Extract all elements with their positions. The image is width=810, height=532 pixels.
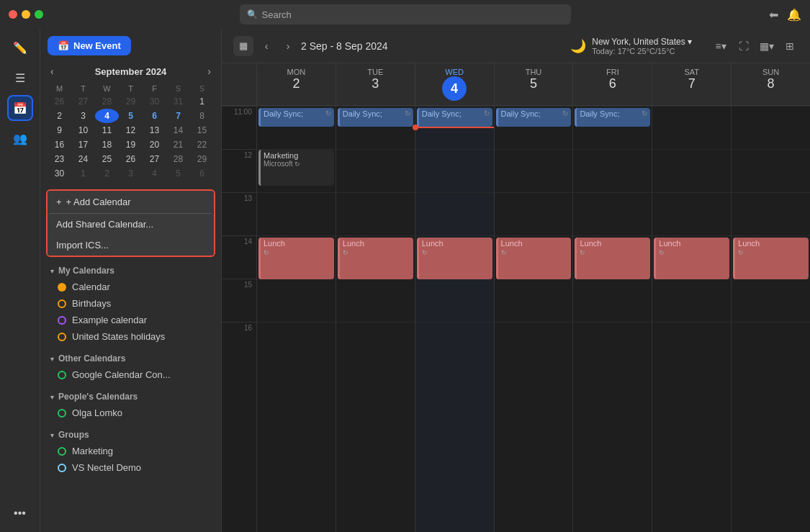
event-lunch-tue[interactable]: Lunch↻	[338, 238, 413, 279]
mini-cal-day[interactable]: 26	[48, 94, 71, 109]
mini-cal-day[interactable]: 2	[48, 109, 71, 123]
mini-cal-day[interactable]: 23	[48, 152, 71, 166]
event-lunch-wed[interactable]: Lunch↻	[417, 238, 492, 279]
day-col-sat[interactable]: Lunch↻	[652, 106, 731, 532]
mini-cal-day[interactable]: 8	[190, 109, 214, 123]
day-col-tue[interactable]: Daily Sync; ↻ Lunch↻	[336, 106, 415, 532]
mini-cal-day[interactable]: 29	[119, 94, 143, 109]
people-button[interactable]: 👥	[7, 125, 33, 151]
mini-cal-day[interactable]: 10	[71, 123, 95, 137]
mini-cal-day[interactable]: 28	[95, 94, 119, 109]
day-col-mon[interactable]: Daily Sync; ↻ Marketing Microsoft ↻	[256, 106, 336, 532]
calendar-item[interactable]: Example calendar	[40, 312, 221, 328]
view-options-button[interactable]: ≡▾	[712, 37, 729, 55]
day-col-fri[interactable]: Daily Sync; ↻ Lunch↻	[572, 106, 652, 532]
event-marketing-mon[interactable]: Marketing Microsoft ↻	[258, 150, 334, 186]
mini-cal-day[interactable]: 6	[143, 109, 166, 123]
mini-cal-day[interactable]: 3	[71, 109, 95, 123]
mini-cal-day[interactable]: 16	[48, 137, 71, 152]
mini-cal-day[interactable]: 14	[166, 123, 190, 137]
groups-header[interactable]: ▾ Groups	[40, 427, 221, 443]
mini-cal-day[interactable]: 4	[95, 109, 119, 123]
calendar-item[interactable]: United States holidays	[40, 328, 221, 345]
mini-cal-day[interactable]: 27	[143, 152, 166, 166]
minimize-button[interactable]	[22, 10, 30, 19]
prev-week-button[interactable]: ‹	[258, 37, 275, 55]
mini-cal-day[interactable]: 7	[166, 109, 190, 123]
event-lunch-mon[interactable]: Lunch↻	[258, 238, 334, 279]
mini-cal-day[interactable]: 2	[95, 166, 119, 181]
mini-cal-day[interactable]: 31	[166, 94, 190, 109]
mini-cal-day[interactable]: 5	[119, 109, 143, 123]
next-month-button[interactable]: ›	[204, 64, 214, 78]
event-lunch-fri[interactable]: Lunch↻	[575, 238, 650, 279]
calendar-view-button[interactable]: ▦	[233, 36, 253, 56]
day-col-wed[interactable]: Daily Sync; ↻ Lunch↻	[415, 106, 494, 532]
day-col-sun[interactable]: Lunch↻	[731, 106, 810, 532]
calendar-item[interactable]: Birthdays	[40, 295, 221, 312]
more-button[interactable]: •••	[7, 500, 33, 526]
calendar-button[interactable]: 📅	[7, 95, 33, 121]
event-daily-sync-mon[interactable]: Daily Sync; ↻	[258, 108, 334, 127]
mini-cal-day[interactable]: 17	[71, 137, 95, 152]
calendar-item[interactable]: Google Calendar Con...	[40, 366, 221, 383]
mini-cal-day[interactable]: 6	[190, 166, 214, 181]
next-week-button[interactable]: ›	[279, 37, 297, 55]
mini-cal-day[interactable]: 25	[95, 152, 119, 166]
prev-month-button[interactable]: ‹	[48, 64, 57, 78]
new-event-button[interactable]: 📅 New Event	[48, 36, 131, 55]
mini-cal-day[interactable]: 4	[143, 166, 166, 181]
settings-button[interactable]: ⊞	[781, 37, 798, 55]
compose-button[interactable]: ✏️	[7, 35, 33, 60]
add-calendar-button[interactable]: + + Add Calendar	[48, 191, 214, 213]
day-col-thu[interactable]: Daily Sync; ↻ Lunch↻	[494, 106, 573, 532]
mini-cal-day[interactable]: 22	[190, 137, 214, 152]
mini-cal-day[interactable]: 1	[190, 94, 214, 109]
my-calendars-header[interactable]: ▾ My Calendars	[40, 263, 221, 279]
mini-cal-day[interactable]: 30	[48, 166, 71, 181]
mini-cal-day[interactable]: 15	[190, 123, 214, 137]
event-lunch-thu[interactable]: Lunch↻	[496, 238, 572, 279]
close-button[interactable]	[9, 10, 17, 19]
mini-cal-day[interactable]: 21	[166, 137, 190, 152]
mini-cal-day[interactable]: 24	[71, 152, 95, 166]
expand-button[interactable]: ⛶	[735, 37, 752, 55]
mini-cal-day[interactable]: 5	[166, 166, 190, 181]
day-header-wed[interactable]: Wed 4	[415, 63, 494, 105]
event-daily-sync-wed[interactable]: Daily Sync; ↻	[417, 108, 492, 127]
mini-cal-day[interactable]: 20	[143, 137, 166, 152]
mini-cal-day[interactable]: 11	[95, 123, 119, 137]
event-lunch-sun[interactable]: Lunch↻	[733, 238, 809, 279]
mini-cal-day[interactable]: 13	[143, 123, 166, 137]
calendar-item[interactable]: Calendar	[40, 279, 221, 295]
menu-button[interactable]: ☰	[7, 65, 33, 91]
peoples-calendars-header[interactable]: ▾ People's Calendars	[40, 389, 221, 405]
mini-cal-day[interactable]: 9	[48, 123, 71, 137]
mini-cal-day[interactable]: 3	[119, 166, 143, 181]
cal-grid-container[interactable]: Mon 2 Tue 3 Wed 4 Thu 5	[222, 63, 810, 532]
mini-cal-day[interactable]: 18	[95, 137, 119, 152]
mini-cal-day[interactable]: 19	[119, 137, 143, 152]
mini-cal-day[interactable]: 30	[143, 94, 166, 109]
other-calendars-header[interactable]: ▾ Other Calendars	[40, 351, 221, 366]
import-ics-item[interactable]: Import ICS...	[48, 235, 214, 256]
notification-icon[interactable]: 🔔	[787, 8, 801, 22]
mini-cal-day[interactable]: 27	[71, 94, 95, 109]
calendar-item[interactable]: Olga Lomko	[40, 405, 221, 421]
mini-cal-day[interactable]: 29	[190, 152, 214, 166]
grid-view-button[interactable]: ▦▾	[758, 37, 775, 55]
mini-cal-day[interactable]: 28	[166, 152, 190, 166]
event-daily-sync-thu[interactable]: Daily Sync; ↻	[496, 108, 572, 127]
calendar-item[interactable]: VS Nectel Demo	[40, 459, 221, 476]
event-lunch-sat[interactable]: Lunch↻	[654, 238, 729, 279]
event-daily-sync-tue[interactable]: Daily Sync; ↻	[338, 108, 413, 127]
mini-cal-day[interactable]: 12	[119, 123, 143, 137]
event-daily-sync-fri[interactable]: Daily Sync; ↻	[575, 108, 650, 127]
search-bar[interactable]: 🔍 Search	[240, 4, 571, 24]
mini-cal-day[interactable]: 1	[71, 166, 95, 181]
add-shared-calendar-item[interactable]: Add Shared Calendar...	[48, 214, 214, 235]
calendar-dot	[58, 316, 66, 325]
mini-cal-day[interactable]: 26	[119, 152, 143, 166]
fullscreen-button[interactable]	[35, 10, 43, 19]
calendar-item[interactable]: Marketing	[40, 443, 221, 459]
